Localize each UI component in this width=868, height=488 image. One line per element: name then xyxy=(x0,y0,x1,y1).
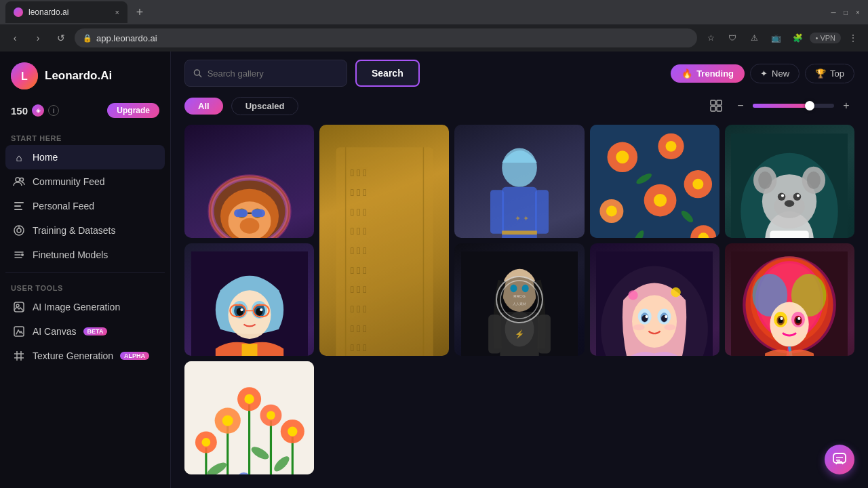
window-controls: ─ □ × xyxy=(829,7,863,17)
trending-label: Trending xyxy=(696,68,734,79)
item-actions-4: ⊞ ✎ ⤢ xyxy=(652,130,714,149)
maximize-btn[interactable]: □ xyxy=(841,7,850,17)
all-filter-tab[interactable]: All xyxy=(184,98,223,115)
item-edit-1[interactable]: ✎ xyxy=(268,130,287,149)
bookmark-btn[interactable]: ☆ xyxy=(701,28,720,47)
gallery-item-9[interactable]: ⊞ ✎ ⤢ xyxy=(725,243,854,357)
nav-label-ai-canvas: AI Canvas xyxy=(33,326,77,337)
close-btn[interactable]: × xyxy=(853,7,863,17)
nav-item-home[interactable]: ⌂ Home xyxy=(5,145,165,169)
reload-btn[interactable]: ↺ xyxy=(52,28,71,47)
gallery-item-6[interactable]: ⊞ ✎ ⤢ xyxy=(184,243,314,357)
info-icon[interactable]: i xyxy=(48,105,59,116)
brand-avatar: L xyxy=(11,62,38,89)
item-remix-9[interactable]: ⊞ xyxy=(787,249,806,268)
community-icon xyxy=(12,175,26,188)
new-icon: ✦ xyxy=(760,68,768,79)
zoom-thumb[interactable] xyxy=(805,101,814,110)
new-button[interactable]: ✦ New xyxy=(750,64,800,83)
gallery-item-2[interactable]: 𓂀 𓃒 𓆣 𓀭 𓏏 𓈖 𓊹 𓉔 𓇋 𓂋 𓏛 𓐍 𓃀 𓌻 𓈖 𓊪 𓏭 𓆑 𓈙 𓇌 … xyxy=(319,125,449,356)
item-expand-8[interactable]: ⤢ xyxy=(695,249,714,268)
gallery-item-5[interactable]: 🐨 ⊞ ✎ xyxy=(725,125,854,238)
item-remix-8[interactable]: ⊞ xyxy=(652,249,671,268)
item-remix-1[interactable]: ⊞ xyxy=(246,130,265,149)
item-remix-5[interactable]: ⊞ xyxy=(808,130,827,149)
menu-btn[interactable]: ⋮ xyxy=(844,28,863,47)
gallery-item-7[interactable]: ⚡ RRCG 人人素材 ✎ xyxy=(454,243,584,357)
item-edit-4[interactable]: ✎ xyxy=(673,130,692,149)
item-expand-6[interactable]: ⤢ xyxy=(290,249,309,268)
address-bar[interactable]: 🔒 app.leonardo.ai xyxy=(75,28,697,47)
back-btn[interactable]: ‹ xyxy=(5,28,24,47)
new-tab-btn[interactable]: + xyxy=(130,3,149,22)
item-remix-3[interactable]: ⊞ xyxy=(517,130,536,149)
gallery-item-3[interactable]: ✦ ✦ ⊞ ✎ ⤢ xyxy=(454,125,584,238)
item-edit-3[interactable]: ✎ xyxy=(538,130,557,149)
tab-favicon xyxy=(14,7,23,17)
item-expand-2[interactable]: ⤢ xyxy=(425,130,443,149)
search-box[interactable] xyxy=(184,60,347,87)
item-actions-3: ⊞ ✎ ⤢ xyxy=(517,130,579,149)
nav-label-home: Home xyxy=(33,152,58,163)
forward-btn[interactable]: › xyxy=(28,28,47,47)
gallery-item-4[interactable]: ⊞ ✎ ⤢ xyxy=(590,125,719,238)
nav-item-ai-image[interactable]: AI Image Generation xyxy=(5,295,165,319)
gallery-item-10[interactable]: ⊞ ✎ ⤢ xyxy=(184,361,314,474)
search-input[interactable] xyxy=(208,68,338,79)
item-edit-7[interactable]: ✎ xyxy=(560,249,579,268)
zoom-track[interactable] xyxy=(753,104,834,108)
item-edit-5[interactable]: ✎ xyxy=(830,130,849,149)
zoom-minus-btn[interactable]: − xyxy=(732,98,749,114)
item-edit-6[interactable]: ✎ xyxy=(268,249,287,268)
item-remix-6[interactable]: ⊞ xyxy=(246,249,265,268)
item-edit-9[interactable]: ✎ xyxy=(808,249,827,268)
grid-view-btn[interactable] xyxy=(705,95,727,117)
nav-item-ai-canvas[interactable]: AI Canvas BETA xyxy=(5,319,165,344)
minimize-btn[interactable]: ─ xyxy=(829,7,838,17)
item-expand-9[interactable]: ⤢ xyxy=(830,249,849,268)
item-remix-10[interactable]: ⊞ xyxy=(246,367,265,386)
gallery-item-8[interactable]: ⊞ ✎ ⤢ xyxy=(590,243,719,357)
search-icon xyxy=(193,68,202,78)
ext-btn[interactable]: 🧩 xyxy=(788,28,807,47)
item-edit-10[interactable]: ✎ xyxy=(268,367,287,386)
nav-item-training[interactable]: Training & Datasets xyxy=(5,218,165,243)
zoom-plus-btn[interactable]: + xyxy=(838,98,854,114)
item-expand-1[interactable]: ⤢ xyxy=(290,130,309,149)
main-content: Search 🔥 Trending ✦ New 🏆 Top All Upscal… xyxy=(171,52,868,488)
upscaled-filter-tab[interactable]: Upscaled xyxy=(231,97,299,115)
vpn-badge: • VPN xyxy=(810,33,841,43)
item-remix-2[interactable]: ⊞ xyxy=(403,130,422,149)
gallery-item-1[interactable]: watercolor lion ⊞ ✎ ⤢ xyxy=(184,125,314,238)
top-button[interactable]: 🏆 Top xyxy=(805,64,854,83)
nav-item-personal-feed[interactable]: Personal Feed xyxy=(5,194,165,218)
item-remix-4[interactable]: ⊞ xyxy=(652,130,671,149)
brand-name: Leonardo.Ai xyxy=(45,69,112,83)
item-actions-7: ✎ xyxy=(560,249,579,268)
svg-point-3 xyxy=(20,178,24,182)
item-expand-10[interactable]: ⤢ xyxy=(290,367,309,386)
svg-line-15 xyxy=(199,75,201,77)
item-edit-8[interactable]: ✎ xyxy=(673,249,692,268)
ai-image-icon xyxy=(12,300,26,314)
shield-btn[interactable]: 🛡 xyxy=(723,28,742,47)
top-right: 🔥 Trending ✦ New 🏆 Top xyxy=(671,64,854,83)
trending-button[interactable]: 🔥 Trending xyxy=(671,64,745,83)
cast-btn[interactable]: 📺 xyxy=(766,28,785,47)
active-tab[interactable]: leonardo.ai × xyxy=(5,1,127,23)
nav-item-finetuned[interactable]: Finetuned Models xyxy=(5,243,165,267)
item-expand-3[interactable]: ⤢ xyxy=(560,130,579,149)
item-expand-4[interactable]: ⤢ xyxy=(695,130,714,149)
start-here-label: Start Here xyxy=(5,129,165,145)
nav-item-texture[interactable]: Texture Generation ALPHA xyxy=(5,344,165,368)
alert-btn[interactable]: ⚠ xyxy=(745,28,764,47)
token-row: 150 ◈ i Upgrade xyxy=(5,100,165,129)
svg-rect-17 xyxy=(717,100,722,105)
tab-close-btn[interactable]: × xyxy=(115,8,119,16)
chat-bubble-btn[interactable] xyxy=(825,445,854,474)
upgrade-button[interactable]: Upgrade xyxy=(107,103,159,118)
top-label: Top xyxy=(830,68,844,79)
zoom-fill xyxy=(753,104,810,108)
nav-item-community-feed[interactable]: Community Feed xyxy=(5,169,165,194)
search-button[interactable]: Search xyxy=(355,60,420,87)
